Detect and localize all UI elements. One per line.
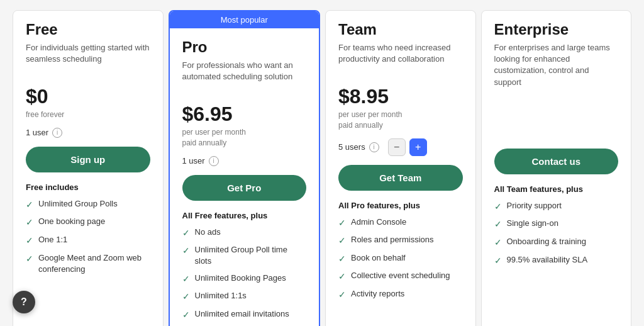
plan-price-sub-free: free forever xyxy=(26,110,150,120)
feature-item: ✓ Priority support xyxy=(494,200,619,213)
plan-card-team: Team For teams who need increased produc… xyxy=(325,10,476,326)
plan-price-sub-team: per user per monthpaid annually xyxy=(338,110,463,131)
feature-item: ✓ Unlimited email invitations xyxy=(182,308,307,322)
feature-item: ✓ Unlimited Booking Pages xyxy=(182,273,307,286)
plan-card-pro: Most popular Pro For professionals who w… xyxy=(169,10,321,326)
plan-users-pro: 1 user i xyxy=(182,156,307,166)
cta-button-free[interactable]: Sign up xyxy=(26,147,150,172)
features-header-enterprise: All Team features, plus xyxy=(494,184,619,194)
plan-description-free: For individuals getting started with sea… xyxy=(26,42,150,75)
feature-item: ✓ Roles and permissions xyxy=(338,234,463,247)
plan-price-sub-pro: per user per monthpaid annually xyxy=(182,127,307,149)
feature-text: Unlimited Group Poll time slots xyxy=(195,244,307,267)
cta-button-pro[interactable]: Get Pro xyxy=(182,175,307,201)
users-label-team: 5 users xyxy=(338,142,365,152)
stepper-minus[interactable]: − xyxy=(388,138,406,156)
feature-text: Unlimited Booking Pages xyxy=(195,273,286,284)
feature-item: ✓ Unlimited 1:1s xyxy=(182,290,307,303)
feature-item: ✓ One 1:1 xyxy=(26,234,150,247)
users-info-icon-free[interactable]: i xyxy=(52,128,62,138)
plan-name-enterprise: Enterprise xyxy=(494,21,619,38)
feature-text: Unlimited Group Polls xyxy=(38,198,118,210)
plan-price-free: $0 xyxy=(26,85,150,108)
check-icon: ✓ xyxy=(494,218,502,231)
cta-button-team[interactable]: Get Team xyxy=(338,165,463,191)
plan-card-enterprise: Enterprise For enterprises and large tea… xyxy=(481,10,632,326)
feature-text: Collective event scheduling xyxy=(351,270,450,281)
plan-card-free: Free For individuals getting started wit… xyxy=(13,10,164,326)
feature-list-enterprise: ✓ Priority support ✓ Single sign-on ✓ On… xyxy=(494,200,619,272)
plan-name-team: Team xyxy=(338,21,463,38)
plan-users-free: 1 user i xyxy=(26,128,150,138)
check-icon: ✓ xyxy=(338,253,346,266)
plan-users-team: 5 users i − + xyxy=(338,138,463,156)
feature-text: Onboarding & training xyxy=(507,236,586,247)
feature-list-free: ✓ Unlimited Group Polls ✓ One booking pa… xyxy=(26,198,150,280)
check-icon: ✓ xyxy=(26,216,33,229)
feature-item: ✓ Book on behalf xyxy=(338,252,463,266)
feature-text: Unlimited 1:1s xyxy=(195,290,247,301)
users-label-pro: 1 user xyxy=(182,156,205,166)
features-header-free: Free includes xyxy=(26,183,150,192)
feature-item: ✓ Collective event scheduling xyxy=(338,270,463,283)
plan-description-team: For teams who need increased productivit… xyxy=(338,42,463,75)
feature-list-team: ✓ Admin Console ✓ Roles and permissions … xyxy=(338,216,463,306)
feature-text: Book on behalf xyxy=(351,252,406,264)
plan-price-pro: $6.95 xyxy=(182,103,307,126)
check-icon: ✓ xyxy=(338,289,346,301)
check-icon: ✓ xyxy=(494,201,502,213)
pricing-container: Free For individuals getting started wit… xyxy=(10,10,634,326)
check-icon: ✓ xyxy=(182,291,190,303)
plan-description-pro: For professionals who want an automated … xyxy=(182,60,307,93)
feature-text: Single sign-on xyxy=(507,218,558,229)
plan-name-free: Free xyxy=(26,21,150,38)
feature-list-pro: ✓ No ads ✓ Unlimited Group Poll time slo… xyxy=(182,227,307,326)
plan-price-team: $8.95 xyxy=(338,85,463,108)
check-icon: ✓ xyxy=(494,255,502,267)
check-icon: ✓ xyxy=(182,273,190,286)
feature-item: ✓ Unlimited Group Polls xyxy=(26,198,150,211)
feature-text: Google Meet and Zoom web conferencing xyxy=(38,252,150,275)
check-icon: ✓ xyxy=(494,237,502,249)
check-icon: ✓ xyxy=(26,253,33,266)
check-icon: ✓ xyxy=(338,271,346,283)
cta-button-enterprise[interactable]: Contact us xyxy=(494,149,619,174)
feature-text: Roles and permissions xyxy=(351,234,434,245)
features-header-team: All Pro features, plus xyxy=(338,201,463,210)
users-info-icon-pro[interactable]: i xyxy=(209,156,219,166)
feature-text: One booking page xyxy=(38,216,105,227)
plan-description-enterprise: For enterprises and large teams looking … xyxy=(494,42,619,88)
check-icon: ✓ xyxy=(26,199,33,211)
user-stepper: − + xyxy=(388,138,427,156)
plan-name-pro: Pro xyxy=(182,38,307,56)
check-icon: ✓ xyxy=(26,235,33,247)
feature-item: ✓ One booking page xyxy=(26,216,150,229)
feature-text: No ads xyxy=(195,227,221,238)
check-icon: ✓ xyxy=(182,309,190,322)
feature-text: 99.5% availability SLA xyxy=(507,254,588,266)
features-header-pro: All Free features, plus xyxy=(182,211,307,220)
check-icon: ✓ xyxy=(338,217,346,230)
feature-item: ✓ No ads xyxy=(182,227,307,240)
feature-item: ✓ Unlimited Group Poll time slots xyxy=(182,244,307,267)
feature-item: ✓ 99.5% availability SLA xyxy=(494,254,619,267)
feature-item: ✓ Activity reports xyxy=(338,288,463,301)
stepper-plus[interactable]: + xyxy=(409,138,427,156)
feature-item: ✓ Onboarding & training xyxy=(494,236,619,249)
feature-text: One 1:1 xyxy=(38,234,67,245)
popular-badge: Most popular xyxy=(170,11,319,28)
feature-text: Admin Console xyxy=(351,216,406,228)
feature-text: Unlimited email invitations xyxy=(195,308,289,320)
check-icon: ✓ xyxy=(182,245,190,257)
feature-item: ✓ Admin Console xyxy=(338,216,463,230)
feature-text: Priority support xyxy=(507,200,562,211)
feature-item: ✓ Single sign-on xyxy=(494,218,619,231)
check-icon: ✓ xyxy=(338,235,346,247)
check-icon: ✓ xyxy=(182,227,190,240)
feature-text: Activity reports xyxy=(351,288,404,300)
help-button[interactable]: ? xyxy=(13,291,35,313)
users-label-free: 1 user xyxy=(26,128,48,137)
users-info-icon-team[interactable]: i xyxy=(369,142,379,152)
feature-item: ✓ Google Meet and Zoom web conferencing xyxy=(26,252,150,275)
